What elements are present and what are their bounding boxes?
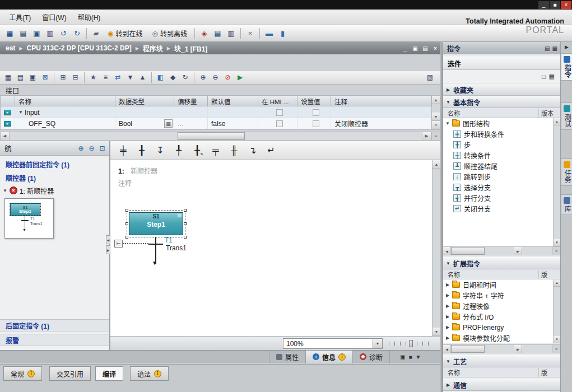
table-vertical-scrollbar[interactable]: ▲ ▼ ≡ <box>431 95 440 130</box>
hmi-checkbox[interactable] <box>276 120 283 127</box>
row-default-cell[interactable]: false <box>208 118 258 129</box>
inspector-restore-icon[interactable]: ▣ <box>400 354 405 360</box>
tree-item[interactable]: ┼ 转换条件 <box>443 150 560 161</box>
column-name[interactable]: 名称 <box>443 109 539 118</box>
row-name-cell[interactable]: ▼ Input <box>15 106 115 118</box>
add-element-icon[interactable]: ⊕ <box>197 72 209 83</box>
nav-post-fixed-instructions[interactable]: 后固定指令 (1) <box>0 319 109 332</box>
chevron-right-icon[interactable]: ▶ <box>443 304 452 309</box>
tab-compile[interactable]: 编译 <box>95 366 123 381</box>
display-grid-icon[interactable]: ▦ <box>549 73 555 80</box>
tree-folder-date-time[interactable]: ▶ 日期和时间 <box>443 279 560 290</box>
insert-row-icon[interactable]: ⊞ <box>57 72 69 83</box>
compare-icon[interactable]: ▣ <box>27 72 39 83</box>
redo-icon[interactable]: ↻ <box>71 27 83 40</box>
collapse-right-icon[interactable]: ▶ <box>106 245 110 254</box>
branch-connector-icon[interactable]: ⊢ <box>114 240 123 248</box>
tree-folder-distributed-io[interactable]: ▶ 分布式 I/O <box>443 311 560 322</box>
section-communication[interactable]: ▶ 通信 <box>443 379 560 391</box>
scroll-up-icon[interactable]: ▲ <box>554 118 560 125</box>
row-datatype-cell[interactable]: Bool ▦ <box>115 118 174 129</box>
split-editor-vertical-icon[interactable]: ▮ <box>276 27 289 40</box>
selection-handle[interactable] <box>125 209 128 212</box>
row-expander-icon[interactable]: ▼ <box>18 110 23 115</box>
hmi-checkbox[interactable] <box>276 109 283 116</box>
scroll-up-icon[interactable]: ▲ <box>432 96 440 104</box>
absolute-operands-icon[interactable]: ≡ <box>100 72 111 83</box>
refresh-icon[interactable]: ↻ <box>179 72 191 83</box>
expand-networks-icon[interactable]: ▲ <box>137 72 148 83</box>
scroll-down-icon[interactable]: ▼ <box>433 328 440 336</box>
pane-collapse-handle[interactable]: ◀ ▶ <box>106 235 110 255</box>
add-block-icon[interactable]: ▦ <box>2 72 14 83</box>
selection-handle[interactable] <box>125 222 128 225</box>
expand-panel-icon[interactable]: ▶ <box>561 44 572 50</box>
row-datatype-cell[interactable] <box>115 106 174 118</box>
tree-item[interactable]: ┲ 选择分支 <box>443 182 560 193</box>
chevron-right-icon[interactable]: ▶ <box>443 282 452 287</box>
row-comment-cell[interactable]: 关闭顺控器 <box>331 118 431 129</box>
sequence-step[interactable]: S1 Step1 ▦ <box>129 212 183 235</box>
scrollbar-track[interactable] <box>433 169 440 328</box>
tab-diagnostics[interactable]: 诊断 <box>353 351 390 363</box>
collapse-left-icon[interactable]: ◀ <box>106 235 110 244</box>
task-card-testing[interactable]: 测试 <box>561 102 572 130</box>
selection-handle[interactable] <box>125 236 128 239</box>
extended-tree-scrollbar[interactable]: ▲ ▼ <box>553 279 560 343</box>
header-comment[interactable]: 注释 <box>331 96 431 106</box>
open-branch-icon[interactable]: ╫ <box>226 143 243 158</box>
basic-tree-scrollbar[interactable]: ▲ ▼ <box>553 118 560 246</box>
nav-sequencers[interactable]: 顺控器 (1) <box>0 171 109 184</box>
scrollbar-track[interactable] <box>432 104 440 113</box>
section-basic-instructions[interactable]: ▼ 基本指令 <box>443 96 560 108</box>
menu-tools[interactable]: 工具(T) <box>3 10 36 24</box>
task-card-tasks[interactable]: 任务 <box>561 158 572 186</box>
sequence-comment[interactable]: 注释 <box>118 178 132 188</box>
chevron-right-icon[interactable]: ▶ <box>443 335 452 340</box>
insert-numbered-step-icon[interactable]: ╂s <box>189 143 206 158</box>
insert-step-end-icon[interactable]: ↧ <box>152 143 169 158</box>
sequence-name[interactable]: 新顺控器 <box>131 167 157 175</box>
column-name[interactable]: 名称 <box>443 368 539 377</box>
chevron-right-icon[interactable]: ▶ <box>443 325 452 330</box>
header-name[interactable]: 名称 <box>15 96 115 106</box>
row-comment-cell[interactable] <box>331 106 431 118</box>
delete-row-icon[interactable]: ⊟ <box>69 72 81 83</box>
step-actions-icon[interactable]: ▦ <box>177 213 182 218</box>
breadcrumb-project[interactable]: est <box>4 44 16 52</box>
sequence-canvas[interactable]: 1: 新顺控器 注释 S1 Step1 ▦ <box>110 160 432 336</box>
scroll-left-icon[interactable]: ◀ <box>443 247 451 255</box>
menu-help[interactable]: 帮助(H) <box>72 10 106 24</box>
jump-to-step-icon[interactable]: ↴ <box>244 143 261 158</box>
inspector-maximize-icon[interactable]: ■ <box>409 354 412 360</box>
copy-icon[interactable]: ▣ <box>30 27 43 40</box>
window-close-button[interactable]: × <box>561 1 571 9</box>
table-row[interactable]: ▸ OFF_SQ Bool ▦ ... false 关闭顺控器 <box>1 118 431 129</box>
display-list-icon[interactable]: □ <box>542 73 546 80</box>
insert-transition-above-icon[interactable]: ╀ <box>170 143 187 158</box>
go-offline-button[interactable]: ◎ 转到离线 <box>148 27 192 40</box>
nav-pre-fixed-instructions[interactable]: 顺控器前固定指令 (1) <box>0 158 109 170</box>
header-datatype[interactable]: 数据类型 <box>115 96 174 106</box>
scrollbar-track[interactable] <box>10 132 422 140</box>
setpoint-checkbox[interactable] <box>313 109 319 116</box>
section-technology[interactable]: ▼ 工艺 <box>443 355 560 367</box>
datatype-picker-icon[interactable]: ▦ <box>164 119 173 128</box>
menu-window[interactable]: 窗口(W) <box>36 10 72 24</box>
remove-element-icon[interactable]: ⊖ <box>210 72 221 83</box>
scroll-down-icon[interactable]: ▼ <box>432 113 440 121</box>
scroll-right-icon[interactable]: ▶ <box>422 132 431 140</box>
nav-alarms[interactable]: 报警 <box>0 334 109 346</box>
monitor-icon[interactable]: ◆ <box>167 72 179 83</box>
window-maximize-button[interactable]: ■ <box>550 1 560 9</box>
selection-handle[interactable] <box>184 236 187 239</box>
stop-icon[interactable]: ⊘ <box>222 72 234 83</box>
breadcrumb-block[interactable]: 块_1 [FB1] <box>173 44 208 53</box>
zoom-out-icon[interactable]: ⊖ <box>87 143 96 153</box>
zoom-dropdown-arrow-icon[interactable]: ▼ <box>373 339 382 348</box>
window-layout-icon[interactable]: ▤ <box>211 27 224 40</box>
tab-properties[interactable]: 属性 <box>269 351 306 363</box>
nav-sequencer-item[interactable]: ▼ × 1: 新顺控器 <box>0 185 109 196</box>
scrollbar-track[interactable] <box>554 125 560 239</box>
breadcrumb-cpu[interactable]: CPU 313C-2 DP [CPU 313C-2 DP] <box>26 44 133 52</box>
